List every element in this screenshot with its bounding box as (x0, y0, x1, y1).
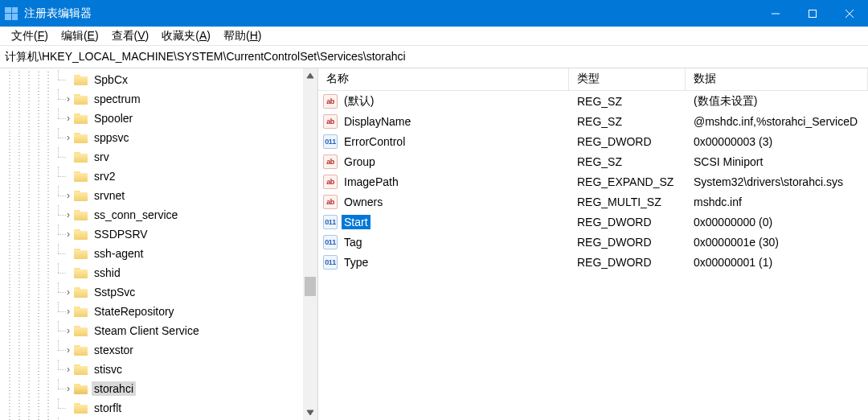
folder-icon (74, 229, 88, 240)
tree-item-SpbCx[interactable]: SpbCx (0, 70, 317, 89)
header-data[interactable]: 数据 (686, 68, 868, 90)
tree-pane: SpbCx›spectrum›Spooler›sppsvcsrvsrv2›srv… (0, 68, 318, 420)
tree-label: SpbCx (92, 72, 130, 87)
value-type-icon: ab (323, 195, 338, 209)
value-type: REG_DWORD (569, 134, 686, 150)
tree-item-SSDPSRV[interactable]: ›SSDPSRV (0, 224, 317, 244)
value-row[interactable]: ab(默认)REG_SZ(数值未设置) (318, 91, 868, 111)
value-type: REG_SZ (569, 93, 686, 109)
value-data: System32\drivers\storahci.sys (686, 174, 868, 190)
minimize-button[interactable] (757, 0, 794, 27)
close-button[interactable] (831, 0, 868, 27)
scroll-track[interactable] (303, 83, 317, 406)
value-data: mshdc.inf (686, 194, 868, 210)
tree-item-ssh-agent[interactable]: ssh-agent (0, 244, 317, 263)
tree-label: sppsvc (92, 130, 132, 145)
menu-编辑[interactable]: 编辑(E) (55, 27, 105, 45)
menu-帮助[interactable]: 帮助(H) (217, 27, 268, 45)
value-type: REG_MULTI_SZ (569, 194, 686, 210)
value-row[interactable]: 011ErrorControlREG_DWORD0x00000003 (3) (318, 131, 868, 151)
folder-icon (74, 383, 88, 394)
tree-label: sshid (92, 266, 123, 280)
tree-item-ss_conn_service[interactable]: ›ss_conn_service (0, 205, 317, 224)
tree-item-storahci[interactable]: ›storahci (0, 379, 317, 398)
value-row[interactable]: abOwnersREG_MULTI_SZmshdc.inf (318, 191, 868, 212)
menu-查看[interactable]: 查看(V) (105, 27, 156, 45)
folder-icon (74, 93, 88, 105)
value-row[interactable]: 011TypeREG_DWORD0x00000001 (1) (318, 252, 868, 272)
tree-label: SSDPSRV (92, 227, 150, 241)
tree-item-srvnet[interactable]: ›srvnet (0, 186, 317, 205)
header-name[interactable]: 名称 (318, 68, 569, 90)
value-data: (数值未设置) (686, 93, 868, 110)
value-type: REG_DWORD (569, 234, 686, 250)
scroll-down-button[interactable] (303, 406, 317, 420)
tree-item-storflt[interactable]: storflt (0, 398, 317, 418)
folder-icon (74, 151, 88, 163)
folder-icon (74, 209, 88, 220)
app-icon (5, 7, 18, 20)
value-name: Tag (342, 235, 365, 249)
value-type-icon: ab (323, 154, 338, 169)
folder-icon (74, 267, 88, 278)
header-type[interactable]: 类型 (569, 68, 686, 90)
tree-item-StateRepository[interactable]: ›StateRepository (0, 302, 317, 321)
tree-item-stexstor[interactable]: ›stexstor (0, 340, 317, 360)
value-type-icon: 011 (323, 215, 338, 229)
value-name: ImagePath (342, 175, 401, 189)
value-type-icon: ab (323, 94, 338, 109)
folder-icon (74, 113, 88, 124)
menu-收藏夹[interactable]: 收藏夹(A) (155, 27, 217, 45)
value-name: Owners (342, 195, 385, 209)
values-list[interactable]: ab(默认)REG_SZ(数值未设置)abDisplayNameREG_SZ@m… (318, 91, 868, 420)
folder-icon (74, 306, 88, 317)
value-row[interactable]: 011StartREG_DWORD0x00000000 (0) (318, 212, 868, 232)
tree-item-sppsvc[interactable]: ›sppsvc (0, 128, 317, 147)
tree-label: ssh-agent (92, 246, 145, 261)
tree-item-sshid[interactable]: sshid (0, 263, 317, 282)
svg-marker-5 (307, 410, 313, 415)
address-input[interactable] (5, 46, 863, 68)
value-type: REG_SZ (569, 154, 686, 170)
folder-icon (74, 190, 88, 201)
window-title: 注册表编辑器 (24, 6, 757, 21)
value-data: 0x00000001 (1) (686, 254, 868, 270)
folder-icon (74, 344, 88, 356)
folder-icon (74, 402, 88, 414)
tree-item-stisvc[interactable]: ›stisvc (0, 360, 317, 379)
scroll-up-button[interactable] (303, 68, 317, 83)
value-type: REG_DWORD (569, 254, 686, 270)
maximize-button[interactable] (794, 0, 831, 27)
tree-label: srv2 (92, 169, 117, 183)
tree-label: stexstor (92, 343, 136, 357)
tree-item-Steam Client Service[interactable]: ›Steam Client Service (0, 321, 317, 340)
folder-icon (74, 248, 88, 259)
value-row[interactable]: abGroupREG_SZSCSI Miniport (318, 151, 868, 171)
folder-icon (74, 74, 88, 85)
tree-label: Steam Client Service (92, 323, 202, 338)
value-name: Start (342, 215, 371, 229)
scroll-thumb[interactable] (305, 277, 316, 296)
value-type-icon: 011 (323, 255, 338, 270)
tree-item-srv[interactable]: srv (0, 147, 317, 167)
value-data: 0x00000003 (3) (686, 134, 868, 150)
registry-tree[interactable]: SpbCx›spectrum›Spooler›sppsvcsrvsrv2›srv… (0, 68, 317, 420)
value-data: 0x00000000 (0) (686, 214, 868, 230)
tree-label: spectrum (92, 92, 143, 106)
tree-label: srvnet (92, 188, 127, 203)
value-name: DisplayName (342, 114, 413, 129)
value-row[interactable]: abImagePathREG_EXPAND_SZSystem32\drivers… (318, 171, 868, 191)
value-row[interactable]: abDisplayNameREG_SZ@mshdc.inf,%storahci_… (318, 111, 868, 131)
value-type-icon: 011 (323, 235, 338, 249)
tree-label: ss_conn_service (92, 208, 180, 222)
value-row[interactable]: 011TagREG_DWORD0x0000001e (30) (318, 232, 868, 252)
menu-文件[interactable]: 文件(F) (5, 27, 55, 45)
tree-item-spectrum[interactable]: ›spectrum (0, 89, 317, 109)
tree-scrollbar[interactable] (303, 68, 317, 420)
tree-label: srv (92, 150, 112, 164)
address-bar (0, 46, 868, 68)
value-type: REG_DWORD (569, 214, 686, 230)
tree-item-SstpSvc[interactable]: ›SstpSvc (0, 282, 317, 302)
tree-item-Spooler[interactable]: ›Spooler (0, 109, 317, 128)
tree-item-srv2[interactable]: srv2 (0, 167, 317, 186)
